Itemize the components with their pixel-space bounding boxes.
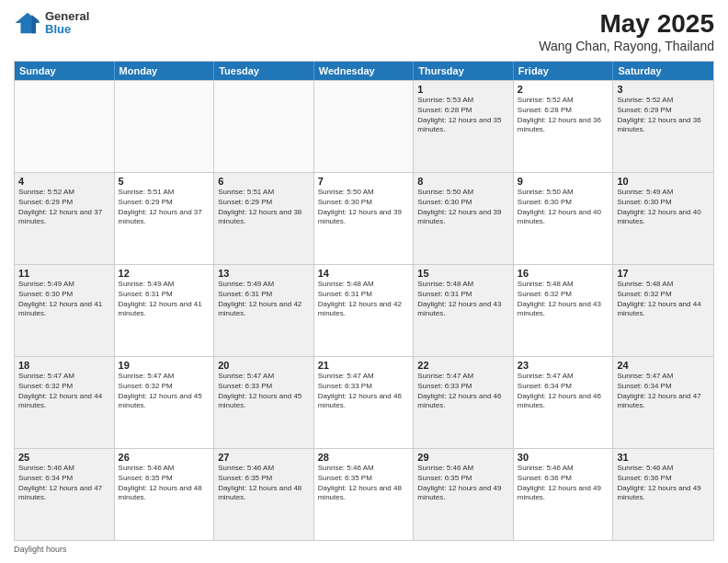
cal-cell: 21Sunrise: 5:47 AMSunset: 6:33 PMDayligh… (314, 357, 415, 448)
logo: General Blue (14, 9, 89, 37)
day-number: 11 (18, 268, 110, 279)
day-number: 5 (119, 176, 210, 187)
cell-info: Sunrise: 5:52 AMSunset: 6:29 PMDaylight:… (18, 188, 110, 227)
cell-info: Sunrise: 5:48 AMSunset: 6:31 PMDaylight:… (318, 280, 410, 319)
cal-cell: 15Sunrise: 5:48 AMSunset: 6:31 PMDayligh… (414, 265, 514, 356)
cell-info: Sunrise: 5:53 AMSunset: 6:28 PMDaylight:… (417, 96, 509, 135)
day-number: 4 (18, 176, 110, 187)
cal-cell: 23Sunrise: 5:47 AMSunset: 6:34 PMDayligh… (514, 357, 614, 448)
day-number: 17 (617, 268, 710, 279)
cal-cell: 25Sunrise: 5:46 AMSunset: 6:34 PMDayligh… (15, 449, 115, 540)
page: General Blue May 2025 Wang Chan, Rayong,… (0, 0, 728, 563)
logo-line2: Blue (45, 23, 89, 36)
cell-info: Sunrise: 5:46 AMSunset: 6:36 PMDaylight:… (617, 464, 710, 503)
day-number: 6 (218, 176, 310, 187)
cell-info: Sunrise: 5:48 AMSunset: 6:32 PMDaylight:… (617, 280, 710, 319)
cal-cell: 22Sunrise: 5:47 AMSunset: 6:33 PMDayligh… (414, 357, 514, 448)
cell-info: Sunrise: 5:48 AMSunset: 6:32 PMDaylight:… (518, 280, 609, 319)
cell-info: Sunrise: 5:46 AMSunset: 6:35 PMDaylight:… (119, 464, 210, 503)
cal-week-1: 1Sunrise: 5:53 AMSunset: 6:28 PMDaylight… (15, 80, 713, 172)
day-header-tuesday: Tuesday (214, 62, 314, 80)
day-number: 9 (518, 176, 609, 187)
day-number: 21 (318, 360, 410, 371)
cal-cell: 5Sunrise: 5:51 AMSunset: 6:29 PMDaylight… (115, 173, 215, 264)
cal-cell: 4Sunrise: 5:52 AMSunset: 6:29 PMDaylight… (15, 173, 115, 264)
day-number: 7 (318, 176, 410, 187)
cal-cell: 16Sunrise: 5:48 AMSunset: 6:32 PMDayligh… (514, 265, 614, 356)
day-number: 20 (218, 360, 310, 371)
cell-info: Sunrise: 5:47 AMSunset: 6:34 PMDaylight:… (518, 372, 609, 411)
cell-info: Sunrise: 5:47 AMSunset: 6:33 PMDaylight:… (218, 372, 310, 411)
day-number: 28 (318, 452, 410, 463)
page-subtitle: Wang Chan, Rayong, Thailand (539, 39, 714, 53)
cal-cell: 24Sunrise: 5:47 AMSunset: 6:34 PMDayligh… (613, 357, 713, 448)
day-number: 19 (119, 360, 210, 371)
day-number: 25 (18, 452, 110, 463)
cal-cell: 27Sunrise: 5:46 AMSunset: 6:35 PMDayligh… (214, 449, 314, 540)
day-number: 13 (218, 268, 310, 279)
cal-cell: 26Sunrise: 5:46 AMSunset: 6:35 PMDayligh… (115, 449, 215, 540)
day-header-sunday: Sunday (15, 62, 115, 80)
page-title: May 2025 (539, 9, 714, 39)
header: General Blue May 2025 Wang Chan, Rayong,… (14, 9, 714, 53)
footer-text: Daylight hours (14, 545, 67, 554)
cell-info: Sunrise: 5:47 AMSunset: 6:33 PMDaylight:… (417, 372, 509, 411)
day-number: 8 (417, 176, 509, 187)
cal-cell: 31Sunrise: 5:46 AMSunset: 6:36 PMDayligh… (613, 449, 713, 540)
cell-info: Sunrise: 5:47 AMSunset: 6:33 PMDaylight:… (318, 372, 410, 411)
day-number: 18 (18, 360, 110, 371)
day-header-wednesday: Wednesday (314, 62, 415, 80)
cell-info: Sunrise: 5:46 AMSunset: 6:35 PMDaylight:… (218, 464, 310, 503)
cell-info: Sunrise: 5:51 AMSunset: 6:29 PMDaylight:… (218, 188, 310, 227)
cal-cell: 28Sunrise: 5:46 AMSunset: 6:35 PMDayligh… (314, 449, 415, 540)
svg-marker-0 (16, 13, 40, 34)
cell-info: Sunrise: 5:46 AMSunset: 6:36 PMDaylight:… (518, 464, 609, 503)
cal-cell: 30Sunrise: 5:46 AMSunset: 6:36 PMDayligh… (514, 449, 614, 540)
cal-cell: 2Sunrise: 5:52 AMSunset: 6:28 PMDaylight… (514, 81, 614, 172)
cell-info: Sunrise: 5:50 AMSunset: 6:30 PMDaylight:… (318, 188, 410, 227)
footer: Daylight hours (14, 545, 714, 554)
cal-week-2: 4Sunrise: 5:52 AMSunset: 6:29 PMDaylight… (15, 172, 713, 264)
cell-info: Sunrise: 5:47 AMSunset: 6:32 PMDaylight:… (18, 372, 110, 411)
cal-cell: 7Sunrise: 5:50 AMSunset: 6:30 PMDaylight… (314, 173, 415, 264)
day-number: 14 (318, 268, 410, 279)
day-number: 27 (218, 452, 310, 463)
day-number: 15 (417, 268, 509, 279)
cal-cell: 13Sunrise: 5:49 AMSunset: 6:31 PMDayligh… (214, 265, 314, 356)
day-number: 31 (617, 452, 710, 463)
cal-cell: 11Sunrise: 5:49 AMSunset: 6:30 PMDayligh… (15, 265, 115, 356)
cal-week-4: 18Sunrise: 5:47 AMSunset: 6:32 PMDayligh… (15, 356, 713, 448)
title-block: May 2025 Wang Chan, Rayong, Thailand (539, 9, 714, 53)
cell-info: Sunrise: 5:52 AMSunset: 6:28 PMDaylight:… (518, 96, 609, 135)
cal-cell (15, 81, 115, 172)
logo-text: General Blue (45, 10, 89, 37)
day-number: 2 (518, 84, 609, 95)
cal-week-5: 25Sunrise: 5:46 AMSunset: 6:34 PMDayligh… (15, 448, 713, 540)
day-number: 3 (617, 84, 710, 95)
day-number: 22 (417, 360, 509, 371)
logo-icon (14, 9, 41, 37)
day-header-monday: Monday (115, 62, 215, 80)
calendar-body: 1Sunrise: 5:53 AMSunset: 6:28 PMDaylight… (15, 80, 713, 540)
day-number: 16 (518, 268, 609, 279)
cell-info: Sunrise: 5:49 AMSunset: 6:31 PMDaylight:… (119, 280, 210, 319)
cell-info: Sunrise: 5:46 AMSunset: 6:35 PMDaylight:… (318, 464, 410, 503)
cal-cell: 8Sunrise: 5:50 AMSunset: 6:30 PMDaylight… (414, 173, 514, 264)
cal-cell: 1Sunrise: 5:53 AMSunset: 6:28 PMDaylight… (414, 81, 514, 172)
day-number: 29 (417, 452, 509, 463)
day-header-saturday: Saturday (613, 62, 713, 80)
cell-info: Sunrise: 5:46 AMSunset: 6:34 PMDaylight:… (18, 464, 110, 503)
cell-info: Sunrise: 5:50 AMSunset: 6:30 PMDaylight:… (417, 188, 509, 227)
day-number: 24 (617, 360, 710, 371)
cell-info: Sunrise: 5:50 AMSunset: 6:30 PMDaylight:… (518, 188, 609, 227)
day-header-thursday: Thursday (414, 62, 514, 80)
cell-info: Sunrise: 5:46 AMSunset: 6:35 PMDaylight:… (417, 464, 509, 503)
cell-info: Sunrise: 5:49 AMSunset: 6:30 PMDaylight:… (18, 280, 110, 319)
cal-cell: 3Sunrise: 5:52 AMSunset: 6:29 PMDaylight… (613, 81, 713, 172)
calendar-header: SundayMondayTuesdayWednesdayThursdayFrid… (15, 62, 713, 80)
cal-week-3: 11Sunrise: 5:49 AMSunset: 6:30 PMDayligh… (15, 264, 713, 356)
day-number: 1 (417, 84, 509, 95)
cal-cell: 12Sunrise: 5:49 AMSunset: 6:31 PMDayligh… (115, 265, 215, 356)
day-header-friday: Friday (514, 62, 614, 80)
cal-cell (314, 81, 415, 172)
